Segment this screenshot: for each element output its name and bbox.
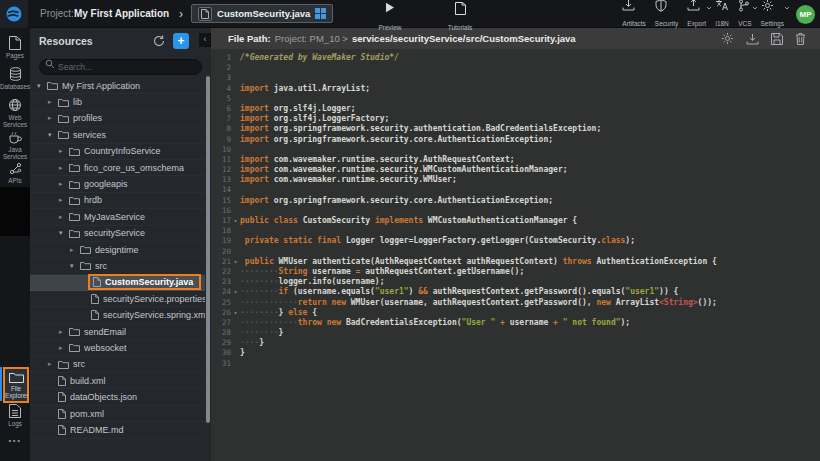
tree-item[interactable]: ▸CountryInfoService [30,144,205,160]
tree-item[interactable]: ▸lib [30,94,205,110]
code-line[interactable]: 5 [214,94,820,104]
code-line[interactable]: 9import org.springframework.security.cor… [214,135,820,145]
expand-arrow-icon[interactable]: ▸ [59,180,69,188]
file-settings-button[interactable] [721,32,734,45]
wavemaker-logo[interactable] [0,0,28,28]
tree-item[interactable]: securityService.properties [30,291,205,307]
code-line[interactable]: 26▾········} else { [214,308,820,318]
sidebar-item-pages[interactable]: Pages [0,36,30,59]
vcs-button[interactable]: VCS [738,0,751,30]
tree-item[interactable]: ▾My First Application [30,78,205,94]
fold-arrow-icon[interactable]: ▾ [231,257,240,267]
expand-arrow-icon[interactable]: ▸ [48,360,58,368]
tree-item[interactable]: ▸websocket [30,340,205,356]
expand-arrow-icon[interactable]: ▸ [59,147,69,155]
code-line[interactable]: 31 [214,359,820,369]
code-line[interactable]: 2 [214,63,820,73]
tree-item[interactable]: ▸googleapis [30,176,205,192]
expand-arrow-icon[interactable]: ▸ [59,196,69,204]
expand-arrow-icon[interactable]: ▸ [48,98,58,106]
code-line[interactable]: 10 [214,145,820,155]
download-file-button[interactable] [746,33,759,45]
security-button[interactable]: Security [655,0,678,30]
collapse-arrow-icon[interactable]: ▾ [59,229,69,237]
code-line[interactable]: 19 private static final Logger logger=Lo… [214,236,820,246]
tree-item[interactable]: ▸fico_core_us_omschema [30,160,205,176]
code-line[interactable]: 22········String username = authRequestC… [214,267,820,277]
code-line[interactable]: 29····} [214,338,820,348]
expand-arrow-icon[interactable]: ▸ [48,114,58,122]
tree-item[interactable]: ▾services [30,127,205,143]
sidebar-item-logs[interactable]: Logs [0,404,30,427]
code-editor[interactable]: 1/*Generated by WaveMaker Studio*/234imp… [211,49,820,461]
code-line[interactable]: 24▾········if (username.equals("user1") … [214,287,820,297]
code-line[interactable]: 17▾public class CustomSecurity implement… [214,216,820,226]
search-input[interactable] [39,59,202,75]
fold-arrow-icon[interactable]: ▾ [231,308,240,318]
code-line[interactable]: 23········logger.info(username); [214,277,820,287]
code-line[interactable]: 15import org.springframework.security.co… [214,196,820,206]
panel-scrollbar[interactable] [206,76,210,423]
code-line[interactable]: 21▾ public WMUser authenticate(AuthReque… [214,257,820,267]
sidebar-item-databases[interactable]: Databases [0,67,30,90]
code-line[interactable]: 16 [214,206,820,216]
expand-arrow-icon[interactable]: ▸ [59,344,69,352]
tutorials-button[interactable]: Tutorials [438,2,482,34]
delete-file-button[interactable] [795,32,806,45]
grid-icon[interactable] [315,8,326,19]
tree-item[interactable]: securityService.spring.xml [30,307,205,323]
code-line[interactable]: 4import java.util.ArrayList; [214,84,820,94]
open-file-tab[interactable]: CustomSecurity.java [191,4,333,23]
tree-item[interactable]: ▸sendEmail [30,324,205,340]
artifacts-button[interactable]: Artifacts [622,0,645,30]
code-line[interactable]: 6import org.slf4j.Logger; [214,104,820,114]
project-name[interactable]: My First Application [74,8,169,19]
i18n-button[interactable]: i18N [715,0,729,30]
save-file-button[interactable] [771,33,783,45]
preview-button[interactable]: Preview [368,2,412,34]
tree-item[interactable]: build.xml [30,373,205,389]
code-line[interactable]: 1/*Generated by WaveMaker Studio*/ [214,53,820,63]
code-line[interactable]: 11import com.wavemaker.runtime.security.… [214,155,820,165]
expand-arrow-icon[interactable]: ▸ [59,328,69,336]
sidebar-item-java-services[interactable]: Java Services [0,131,30,160]
code-line[interactable]: 28········} [214,328,820,338]
tree-item[interactable]: CustomSecurity.java [30,275,205,291]
expand-arrow-icon[interactable]: ▸ [70,246,80,254]
collapse-panel-button[interactable]: ‹ [199,33,211,47]
export-button[interactable]: Export [687,0,706,30]
code-line[interactable]: 8import org.springframework.security.aut… [214,124,820,134]
collapse-arrow-icon[interactable]: ▾ [37,82,47,90]
refresh-button[interactable] [151,33,167,49]
tree-item[interactable]: ▸src [30,357,205,373]
settings-button[interactable]: Settings [761,0,785,30]
tree-item[interactable]: ▸profiles [30,111,205,127]
sidebar-item-file-explorer[interactable]: File Explorer [3,367,29,403]
fold-arrow-icon[interactable]: ▾ [231,287,240,297]
tree-item[interactable]: pom.xml [30,406,205,422]
more-options-button[interactable]: ••• [0,436,30,445]
fold-arrow-icon[interactable]: ▾ [231,216,240,226]
tree-item[interactable]: ▾src [30,258,205,274]
add-resource-button[interactable]: + [173,33,189,49]
collapse-arrow-icon[interactable]: ▾ [70,262,80,270]
sidebar-item-web-services[interactable]: Web Services [0,98,30,128]
sidebar-item-apis[interactable]: APIs [0,162,30,184]
code-line[interactable]: 18 [214,226,820,236]
code-line[interactable]: 30} [214,348,820,358]
code-line[interactable]: 3 [214,73,820,83]
code-line[interactable]: 25············return new WMUser(username… [214,298,820,308]
tree-item[interactable]: README.md [30,422,205,438]
tree-item[interactable]: ▸MyJavaService [30,209,205,225]
expand-arrow-icon[interactable]: ▸ [59,213,69,221]
collapse-arrow-icon[interactable]: ▾ [48,131,58,139]
user-avatar[interactable]: MP [796,5,815,24]
expand-arrow-icon[interactable]: ▸ [59,164,69,172]
code-line[interactable]: 20 [214,247,820,257]
tree-item[interactable]: ▾securityService [30,226,205,242]
code-line[interactable]: 27············throw new BadCredentialsEx… [214,318,820,328]
code-line[interactable]: 12import com.wavemaker.runtime.security.… [214,165,820,175]
tree-item[interactable]: ▸designtime [30,242,205,258]
code-line[interactable]: 13import com.wavemaker.runtime.security.… [214,175,820,185]
code-line[interactable]: 7import org.slf4j.LoggerFactory; [214,114,820,124]
